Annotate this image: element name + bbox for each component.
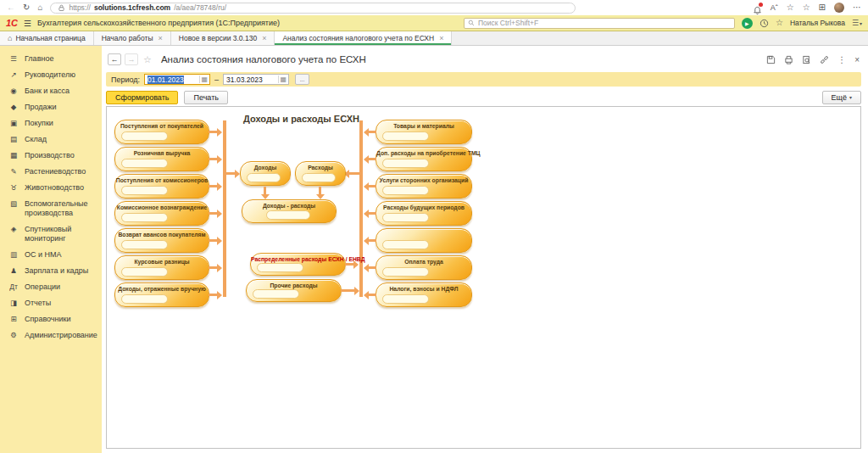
connector-arrow [369, 212, 376, 215]
print-icon[interactable] [784, 55, 793, 64]
collections-icon[interactable]: ⊞ [819, 3, 826, 12]
tab-close-icon[interactable]: × [159, 34, 163, 42]
add-favorite-icon[interactable]: ☆ [803, 3, 810, 12]
print-button[interactable]: Печать [184, 91, 227, 104]
nav-back-button[interactable]: ← [108, 53, 121, 65]
gear-icon: ⚙ [8, 331, 19, 340]
app-title: Бухгалтерия сельскохозяйственного предпр… [37, 19, 280, 27]
sidebar-item-spravochniki[interactable]: ⊞Справочники [0, 311, 102, 327]
current-user-name[interactable]: Наталья Рыкова [790, 19, 845, 27]
sidebar-item-os-i-nma[interactable]: ▥ОС и НМА [0, 247, 102, 263]
browser-settings-icon[interactable]: ⋯ [853, 3, 861, 12]
browser-chrome: ← ↻ ⌂ https://solutions.1cfresh.com/a/ae… [0, 0, 868, 15]
sidebar-item-pokupki[interactable]: ▣Покупки [0, 115, 102, 131]
diagram-box-manual-incomes[interactable]: Доходы, отраженные вручную [114, 282, 209, 307]
diagram-box-expenses[interactable]: Расходы [295, 161, 346, 186]
diagram-box-third-party-services[interactable]: Услуги сторонних организаций [376, 174, 472, 199]
sidebar-item-otchety[interactable]: ◨Отчеты [0, 295, 102, 311]
calendar-icon[interactable]: ▦ [199, 76, 210, 83]
favorites-star-icon[interactable]: ☆ [787, 3, 794, 12]
home-icon: ⌂ [8, 34, 12, 42]
service-menu-icon[interactable]: ☰▾ [852, 19, 862, 27]
reports-icon: ◨ [8, 299, 19, 308]
connector-arrow [349, 172, 359, 175]
browser-home-icon[interactable]: ⌂ [37, 3, 42, 12]
diagram-box-additional-tmc-costs[interactable]: Доп. расходы на приобретение ТМЦ [376, 147, 472, 171]
diagram-box-retail-revenue[interactable]: Розничная выручка [114, 147, 209, 171]
preview-icon[interactable] [802, 55, 811, 64]
person-icon: ♟ [8, 266, 19, 276]
nav-forward-button[interactable]: → [125, 53, 138, 65]
tab-getting-started[interactable]: Начало работы × [94, 31, 171, 45]
diagram-box-commission-fee[interactable]: Комиссионное вознаграждение [114, 201, 209, 226]
diagram-box-distributed-expenses[interactable]: Распределенные расходы ЕСХН / ЕНВД [250, 253, 346, 276]
tractor-icon: ▧ [8, 199, 19, 209]
sidebar-item-sklad[interactable]: ▤Склад [0, 131, 102, 148]
diagram-box-taxes-contributions[interactable]: Налоги, взносы и НДФЛ [376, 282, 472, 307]
diagram-box-goods-materials[interactable]: Товары и материалы [376, 120, 472, 144]
read-aloud-icon[interactable]: Aˆ [771, 3, 778, 12]
period-from-input[interactable]: 01.01.2023 ▦ [144, 74, 210, 85]
calendar-icon[interactable]: ▦ [278, 76, 289, 83]
value-pill [382, 213, 429, 222]
sidebar-item-zarplata-kadry[interactable]: ♟Зарплата и кадры [0, 263, 102, 279]
tab-whats-new[interactable]: Новое в версии 3.0.130 × [171, 31, 275, 45]
period-options-button[interactable]: ... [295, 74, 309, 85]
sidebar-item-operacii[interactable]: ДтОперации [0, 279, 102, 295]
diagram-box-incomes-minus-expenses[interactable]: Доходы - расходы [242, 199, 337, 223]
assistant-play-icon[interactable]: ▶ [742, 18, 753, 29]
sidebar-item-bank-kassa[interactable]: ◉Банк и касса [0, 83, 102, 99]
tab-tax-analysis[interactable]: Анализ состояния налогового учета по ЕСХ… [275, 31, 452, 45]
tab-home-page[interactable]: ⌂ Начальная страница [0, 31, 94, 45]
browser-back-icon[interactable]: ← [7, 3, 15, 12]
value-pill [266, 210, 310, 220]
generate-button[interactable]: Сформировать [106, 91, 178, 104]
history-clock-icon[interactable] [760, 19, 769, 28]
sidebar-item-zhivotnovodstvo[interactable]: ♉Животноводство [0, 180, 102, 196]
close-icon[interactable]: × [854, 55, 860, 64]
diagram-box-deferred-expenses[interactable]: Расходы будущих периодов [376, 201, 472, 226]
sidebar-item-proizvodstvo[interactable]: ▦Производство [0, 148, 102, 164]
connector-arrow [369, 158, 376, 160]
cattle-icon: ♉ [8, 183, 19, 193]
global-search[interactable] [464, 18, 735, 29]
sidebar-item-rastenievodstvo[interactable]: ✎Растениеводство [0, 164, 102, 180]
app-header: 1С ☰ Бухгалтерия сельскохозяйственного п… [0, 15, 868, 31]
sales-bag-icon: ◆ [8, 103, 19, 112]
more-actions-icon[interactable]: ⋮ [837, 55, 846, 64]
main-menu-icon[interactable]: ☰ [24, 19, 31, 28]
diagram-box-advance-returns[interactable]: Возврат авансов покупателям [114, 228, 209, 253]
connector-arrow [369, 239, 376, 242]
notifications-bell-icon[interactable] [753, 3, 762, 13]
link-icon[interactable] [820, 55, 829, 64]
browser-profile-avatar[interactable] [834, 3, 844, 13]
sidebar-item-administrirovanie[interactable]: ⚙Администрирование [0, 327, 102, 344]
diagram-box-income-from-buyers[interactable]: Поступления от покупателей [114, 120, 209, 144]
value-pill [121, 131, 168, 141]
favorites-icon[interactable]: ☆ [776, 19, 783, 27]
diagram-box-other-expenses[interactable]: Прочие расходы [246, 279, 342, 302]
connector-arrow [369, 266, 376, 269]
sidebar-item-glavnoe[interactable]: ☰Главное [0, 51, 102, 67]
sidebar-item-vspomogatelnye[interactable]: ▧Вспомогательные производства [0, 196, 102, 221]
sidebar-item-sputnikovy-monitoring[interactable]: ◈Спутниковый мониторинг [0, 221, 102, 247]
tab-close-icon[interactable]: × [439, 34, 443, 42]
sidebar-item-rukovoditelyu[interactable]: ↗Руководителю [0, 67, 102, 83]
save-icon[interactable] [766, 55, 776, 64]
diagram-box-incomes[interactable]: Доходы [240, 161, 291, 186]
search-input[interactable] [478, 19, 731, 27]
connector-arrow [226, 172, 235, 175]
period-to-input[interactable]: 31.03.2023 ▦ [223, 74, 289, 85]
address-bar[interactable]: https://solutions.1cfresh.com/a/aea/7874… [50, 3, 576, 14]
diagram-box-exchange-differences[interactable]: Курсовые разницы [114, 255, 209, 280]
tab-close-icon[interactable]: × [262, 34, 266, 42]
diagram-box-untitled[interactable] [376, 228, 472, 253]
more-button[interactable]: Ещё▾ [822, 91, 861, 104]
diagram-box-income-from-commissioners[interactable]: Поступления от комиссионеров [114, 174, 209, 199]
favorite-star-icon[interactable]: ☆ [143, 54, 152, 65]
notification-dot [759, 3, 763, 7]
browser-refresh-icon[interactable]: ↻ [23, 3, 30, 12]
period-from-value: 01.01.2023 [147, 76, 184, 84]
diagram-box-payroll[interactable]: Оплата труда [376, 255, 472, 280]
sidebar-item-prodazhi[interactable]: ◆Продажи [0, 99, 102, 115]
